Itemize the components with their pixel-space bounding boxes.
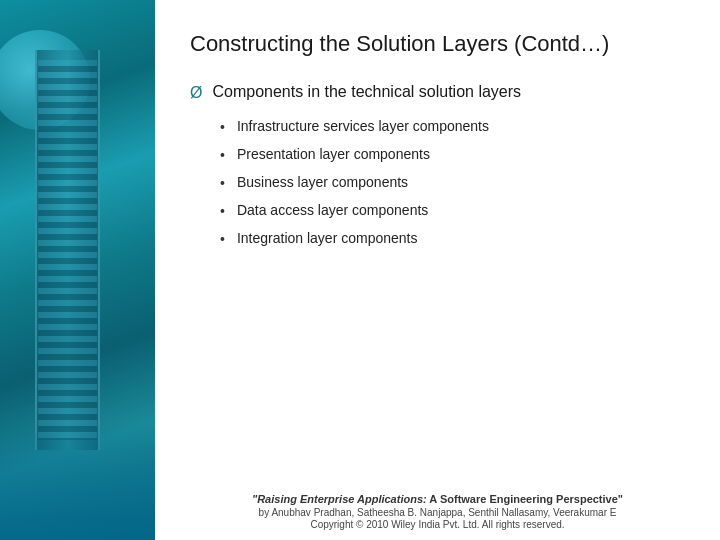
bullet-dot: • <box>220 147 225 163</box>
blue-accent <box>0 420 155 540</box>
left-panel <box>0 0 155 540</box>
footer-title-italic: "Raising Enterprise Applications: <box>252 493 427 505</box>
sub-bullet-text: Infrastructure services layer components <box>237 118 489 134</box>
sub-bullet-text: Business layer components <box>237 174 408 190</box>
sub-bullet-text: Presentation layer components <box>237 146 430 162</box>
arrow-symbol: Ø <box>190 84 202 102</box>
bullet-dot: • <box>220 119 225 135</box>
main-bullet-text: Components in the technical solution lay… <box>212 83 521 101</box>
footer-authors: by Anubhav Pradhan, Satheesha B. Nanjapp… <box>175 507 700 518</box>
footer-title: "Raising Enterprise Applications: A Soft… <box>175 493 700 505</box>
list-item: • Infrastructure services layer componen… <box>220 118 685 135</box>
list-item: • Integration layer components <box>220 230 685 247</box>
building-windows <box>38 60 97 440</box>
bullet-dot: • <box>220 231 225 247</box>
list-item: • Business layer components <box>220 174 685 191</box>
right-panel: Constructing the Solution Layers (Contd…… <box>155 0 720 540</box>
footer-title-rest: A Software Engineering Perspective" <box>427 493 623 505</box>
footer-copyright: Copyright © 2010 Wiley India Pvt. Ltd. A… <box>175 519 700 530</box>
list-item: • Presentation layer components <box>220 146 685 163</box>
bullet-dot: • <box>220 175 225 191</box>
list-item: • Data access layer components <box>220 202 685 219</box>
sub-bullet-text: Data access layer components <box>237 202 428 218</box>
bullet-dot: • <box>220 203 225 219</box>
slide-container: Constructing the Solution Layers (Contd…… <box>0 0 720 540</box>
main-bullet: Ø Components in the technical solution l… <box>190 83 685 102</box>
slide-title: Constructing the Solution Layers (Contd…… <box>190 30 685 59</box>
sub-bullet-text: Integration layer components <box>237 230 418 246</box>
content-area: Ø Components in the technical solution l… <box>190 83 685 480</box>
footer: "Raising Enterprise Applications: A Soft… <box>155 493 720 530</box>
sub-bullets-list: • Infrastructure services layer componen… <box>220 118 685 247</box>
